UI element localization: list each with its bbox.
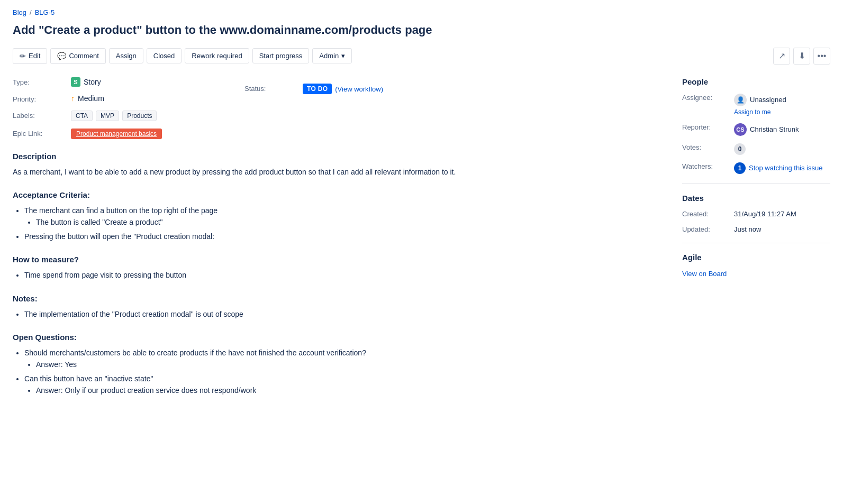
created-field: Created: 31/Aug/19 11:27 AM: [682, 210, 830, 218]
assignee-field: Assignee: 👤 Unassigned Assign to me: [682, 94, 830, 116]
description-heading: Description: [13, 152, 665, 161]
toolbar-right-actions: ↗ ⬇ •••: [773, 48, 830, 65]
story-icon: S: [71, 77, 80, 87]
notes-list: The implementation of the "Product creat…: [13, 308, 665, 320]
how-to-measure-heading: How to measure?: [13, 255, 665, 264]
votes-badge: 0: [734, 143, 746, 155]
type-label: Type:: [13, 77, 71, 86]
view-workflow-link[interactable]: (View workflow): [335, 85, 383, 93]
open-questions-list: Should merchants/customers be able to cr…: [13, 347, 665, 397]
priority-text: Medium: [78, 94, 104, 103]
rework-required-button[interactable]: Rework required: [185, 48, 249, 63]
status-badge: TO DO: [303, 84, 332, 94]
chevron-down-icon: ▾: [341, 52, 345, 60]
main-layout: Type: S Story Status: TO DO (View workfl…: [13, 77, 830, 400]
more-icon: •••: [818, 51, 827, 61]
agile-section: Agile View on Board: [682, 253, 830, 278]
priority-label: Priority:: [13, 94, 71, 103]
updated-value: Just now: [734, 225, 761, 233]
how-to-measure-list: Time spend from page visit to pressing t…: [13, 269, 665, 281]
votes-label: Votes:: [682, 143, 730, 151]
reporter-value: Christian Strunk: [750, 125, 799, 133]
people-section: People Assignee: 👤 Unassigned Assign to …: [682, 77, 830, 174]
epic-link-label: Epic Link:: [13, 129, 71, 138]
export-icon: ⬇: [799, 51, 805, 61]
unassigned-avatar: 👤: [734, 94, 747, 106]
stop-watching-link[interactable]: Stop watching this issue: [749, 164, 822, 172]
sidebar-divider: [682, 184, 830, 184]
label-tag-cta: CTA: [71, 111, 93, 121]
label-tag-products: Products: [122, 111, 157, 121]
votes-field: Votes: 0: [682, 143, 830, 155]
description-text: As a merchant, I want to be able to add …: [13, 166, 665, 178]
priority-value: ↑ Medium: [71, 94, 104, 103]
acceptance-criteria-heading: Acceptance Criteria:: [13, 190, 665, 199]
reporter-field: Reporter: CS Christian Strunk: [682, 123, 830, 136]
page-title: Add "Create a product" button to the www…: [13, 23, 830, 38]
breadcrumb-separator: /: [30, 8, 32, 16]
content-area: Type: S Story Status: TO DO (View workfl…: [13, 77, 665, 400]
priority-field: Priority: ↑ Medium: [13, 94, 665, 103]
closed-button[interactable]: Closed: [147, 48, 182, 63]
watchers-label: Watchers:: [682, 162, 730, 170]
assignee-label: Assignee:: [682, 94, 730, 102]
export-button[interactable]: ⬇: [793, 48, 810, 65]
dates-heading: Dates: [682, 194, 830, 203]
list-item: Answer: Only if our product creation ser…: [36, 384, 665, 396]
reporter-label: Reporter:: [682, 123, 730, 131]
agile-heading: Agile: [682, 253, 830, 262]
watchers-badge: 1: [734, 162, 746, 174]
watchers-field: Watchers: 1 Stop watching this issue: [682, 162, 830, 174]
breadcrumb-issue[interactable]: BLG-5: [35, 8, 55, 16]
labels-value: CTA MVP Products: [71, 111, 157, 121]
epic-link-value: Product management basics: [71, 129, 162, 139]
share-button[interactable]: ↗: [773, 48, 790, 65]
priority-icon: ↑: [71, 94, 75, 103]
more-options-button[interactable]: •••: [813, 48, 830, 65]
list-item: Answer: Yes: [36, 359, 665, 370]
people-heading: People: [682, 77, 830, 86]
status-label: Status:: [244, 84, 303, 93]
list-item: Can this button have an "inactive state"…: [24, 373, 665, 397]
list-item: Time spend from page visit to pressing t…: [24, 269, 665, 281]
admin-button[interactable]: Admin ▾: [312, 48, 352, 63]
label-tag-mvp: MVP: [96, 111, 119, 121]
created-value: 31/Aug/19 11:27 AM: [734, 210, 796, 218]
updated-field: Updated: Just now: [682, 225, 830, 233]
epic-link-field: Epic Link: Product management basics: [13, 129, 665, 139]
list-item: The implementation of the "Product creat…: [24, 308, 665, 320]
edit-button[interactable]: ✏ Edit: [13, 48, 47, 64]
sidebar-area: People Assignee: 👤 Unassigned Assign to …: [682, 77, 830, 400]
start-progress-button[interactable]: Start progress: [252, 48, 310, 63]
list-item: The button is called "Create a product": [36, 216, 665, 228]
epic-link[interactable]: Product management basics: [71, 129, 162, 139]
comment-button[interactable]: 💬 Comment: [50, 48, 105, 64]
labels-label: Labels:: [13, 111, 71, 120]
assignee-value: Unassigned: [750, 96, 786, 104]
view-on-board-link[interactable]: View on Board: [682, 270, 727, 278]
updated-label: Updated:: [682, 225, 730, 233]
open-questions-heading: Open Questions:: [13, 333, 665, 342]
toolbar: ✏ Edit 💬 Comment Assign Closed Rework re…: [13, 48, 830, 65]
edit-icon: ✏: [20, 52, 26, 60]
list-item: Pressing the button will open the "Produ…: [24, 231, 665, 242]
labels-field: Labels: CTA MVP Products: [13, 111, 665, 121]
reporter-avatar: CS: [734, 123, 747, 136]
breadcrumb: Blog / BLG-5: [13, 8, 830, 16]
status-field: Status: TO DO (View workflow): [244, 84, 383, 94]
sidebar-divider-2: [682, 243, 830, 243]
dates-section: Dates Created: 31/Aug/19 11:27 AM Update…: [682, 194, 830, 233]
created-label: Created:: [682, 210, 730, 218]
notes-heading: Notes:: [13, 294, 665, 303]
breadcrumb-project[interactable]: Blog: [13, 8, 26, 16]
type-text: Story: [84, 78, 101, 86]
status-value: TO DO (View workflow): [303, 84, 383, 94]
comment-icon: 💬: [57, 52, 66, 60]
assign-to-me-link[interactable]: Assign to me: [734, 108, 786, 116]
list-item: The merchant can find a button on the to…: [24, 205, 665, 228]
acceptance-criteria-list: The merchant can find a button on the to…: [13, 205, 665, 242]
list-item: Should merchants/customers be able to cr…: [24, 347, 665, 371]
type-value: S Story: [71, 77, 101, 87]
share-icon: ↗: [778, 51, 785, 61]
assign-button[interactable]: Assign: [109, 48, 143, 63]
